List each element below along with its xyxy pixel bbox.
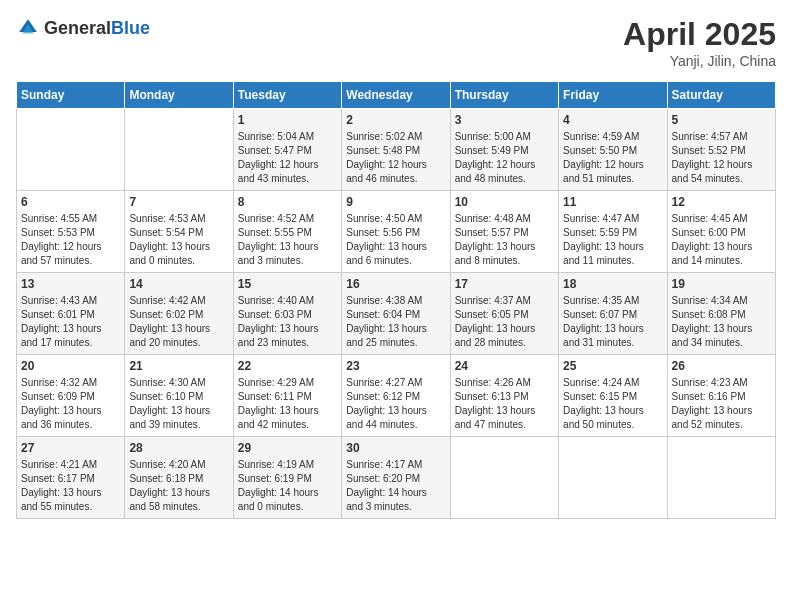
day-number: 21	[129, 359, 228, 373]
day-info: Sunrise: 4:21 AMSunset: 6:17 PMDaylight:…	[21, 458, 120, 514]
day-info: Sunrise: 5:02 AMSunset: 5:48 PMDaylight:…	[346, 130, 445, 186]
day-number: 25	[563, 359, 662, 373]
page-header: GeneralBlue April 2025 Yanji, Jilin, Chi…	[16, 16, 776, 69]
calendar-cell: 28Sunrise: 4:20 AMSunset: 6:18 PMDayligh…	[125, 437, 233, 519]
logo-icon	[16, 16, 40, 40]
day-info: Sunrise: 4:19 AMSunset: 6:19 PMDaylight:…	[238, 458, 337, 514]
day-number: 4	[563, 113, 662, 127]
day-number: 9	[346, 195, 445, 209]
weekday-header-wednesday: Wednesday	[342, 82, 450, 109]
day-number: 26	[672, 359, 771, 373]
day-info: Sunrise: 4:47 AMSunset: 5:59 PMDaylight:…	[563, 212, 662, 268]
day-number: 6	[21, 195, 120, 209]
calendar-cell: 29Sunrise: 4:19 AMSunset: 6:19 PMDayligh…	[233, 437, 341, 519]
day-number: 27	[21, 441, 120, 455]
calendar-cell: 12Sunrise: 4:45 AMSunset: 6:00 PMDayligh…	[667, 191, 775, 273]
calendar-cell: 30Sunrise: 4:17 AMSunset: 6:20 PMDayligh…	[342, 437, 450, 519]
day-number: 3	[455, 113, 554, 127]
weekday-header-sunday: Sunday	[17, 82, 125, 109]
calendar-cell: 7Sunrise: 4:53 AMSunset: 5:54 PMDaylight…	[125, 191, 233, 273]
calendar-week-row: 27Sunrise: 4:21 AMSunset: 6:17 PMDayligh…	[17, 437, 776, 519]
day-number: 8	[238, 195, 337, 209]
day-info: Sunrise: 4:29 AMSunset: 6:11 PMDaylight:…	[238, 376, 337, 432]
day-info: Sunrise: 4:48 AMSunset: 5:57 PMDaylight:…	[455, 212, 554, 268]
calendar-cell: 19Sunrise: 4:34 AMSunset: 6:08 PMDayligh…	[667, 273, 775, 355]
day-info: Sunrise: 4:17 AMSunset: 6:20 PMDaylight:…	[346, 458, 445, 514]
calendar-cell: 17Sunrise: 4:37 AMSunset: 6:05 PMDayligh…	[450, 273, 558, 355]
title-block: April 2025 Yanji, Jilin, China	[623, 16, 776, 69]
calendar-cell	[667, 437, 775, 519]
day-number: 19	[672, 277, 771, 291]
day-info: Sunrise: 4:23 AMSunset: 6:16 PMDaylight:…	[672, 376, 771, 432]
calendar-cell: 9Sunrise: 4:50 AMSunset: 5:56 PMDaylight…	[342, 191, 450, 273]
day-number: 20	[21, 359, 120, 373]
calendar-cell	[559, 437, 667, 519]
day-info: Sunrise: 5:00 AMSunset: 5:49 PMDaylight:…	[455, 130, 554, 186]
day-number: 28	[129, 441, 228, 455]
day-number: 11	[563, 195, 662, 209]
logo-text-general: General	[44, 18, 111, 38]
day-info: Sunrise: 4:43 AMSunset: 6:01 PMDaylight:…	[21, 294, 120, 350]
logo: GeneralBlue	[16, 16, 150, 40]
calendar-table: SundayMondayTuesdayWednesdayThursdayFrid…	[16, 81, 776, 519]
day-number: 7	[129, 195, 228, 209]
day-number: 5	[672, 113, 771, 127]
calendar-cell: 3Sunrise: 5:00 AMSunset: 5:49 PMDaylight…	[450, 109, 558, 191]
day-number: 14	[129, 277, 228, 291]
day-number: 23	[346, 359, 445, 373]
day-info: Sunrise: 4:50 AMSunset: 5:56 PMDaylight:…	[346, 212, 445, 268]
calendar-cell	[125, 109, 233, 191]
calendar-title: April 2025	[623, 16, 776, 53]
day-number: 22	[238, 359, 337, 373]
day-number: 17	[455, 277, 554, 291]
calendar-cell: 16Sunrise: 4:38 AMSunset: 6:04 PMDayligh…	[342, 273, 450, 355]
day-number: 16	[346, 277, 445, 291]
day-number: 13	[21, 277, 120, 291]
calendar-cell	[17, 109, 125, 191]
calendar-cell: 11Sunrise: 4:47 AMSunset: 5:59 PMDayligh…	[559, 191, 667, 273]
day-number: 30	[346, 441, 445, 455]
calendar-week-row: 6Sunrise: 4:55 AMSunset: 5:53 PMDaylight…	[17, 191, 776, 273]
day-info: Sunrise: 4:40 AMSunset: 6:03 PMDaylight:…	[238, 294, 337, 350]
calendar-cell: 14Sunrise: 4:42 AMSunset: 6:02 PMDayligh…	[125, 273, 233, 355]
day-info: Sunrise: 4:55 AMSunset: 5:53 PMDaylight:…	[21, 212, 120, 268]
calendar-subtitle: Yanji, Jilin, China	[623, 53, 776, 69]
day-info: Sunrise: 4:24 AMSunset: 6:15 PMDaylight:…	[563, 376, 662, 432]
day-info: Sunrise: 4:35 AMSunset: 6:07 PMDaylight:…	[563, 294, 662, 350]
day-info: Sunrise: 4:37 AMSunset: 6:05 PMDaylight:…	[455, 294, 554, 350]
day-number: 2	[346, 113, 445, 127]
calendar-cell	[450, 437, 558, 519]
weekday-header-saturday: Saturday	[667, 82, 775, 109]
calendar-cell: 2Sunrise: 5:02 AMSunset: 5:48 PMDaylight…	[342, 109, 450, 191]
day-info: Sunrise: 4:42 AMSunset: 6:02 PMDaylight:…	[129, 294, 228, 350]
calendar-cell: 15Sunrise: 4:40 AMSunset: 6:03 PMDayligh…	[233, 273, 341, 355]
calendar-cell: 5Sunrise: 4:57 AMSunset: 5:52 PMDaylight…	[667, 109, 775, 191]
calendar-cell: 27Sunrise: 4:21 AMSunset: 6:17 PMDayligh…	[17, 437, 125, 519]
logo-text-blue: Blue	[111, 18, 150, 38]
calendar-cell: 26Sunrise: 4:23 AMSunset: 6:16 PMDayligh…	[667, 355, 775, 437]
weekday-header-row: SundayMondayTuesdayWednesdayThursdayFrid…	[17, 82, 776, 109]
calendar-cell: 6Sunrise: 4:55 AMSunset: 5:53 PMDaylight…	[17, 191, 125, 273]
day-number: 29	[238, 441, 337, 455]
calendar-cell: 1Sunrise: 5:04 AMSunset: 5:47 PMDaylight…	[233, 109, 341, 191]
calendar-week-row: 13Sunrise: 4:43 AMSunset: 6:01 PMDayligh…	[17, 273, 776, 355]
calendar-week-row: 20Sunrise: 4:32 AMSunset: 6:09 PMDayligh…	[17, 355, 776, 437]
day-info: Sunrise: 4:32 AMSunset: 6:09 PMDaylight:…	[21, 376, 120, 432]
day-info: Sunrise: 4:20 AMSunset: 6:18 PMDaylight:…	[129, 458, 228, 514]
day-info: Sunrise: 4:34 AMSunset: 6:08 PMDaylight:…	[672, 294, 771, 350]
calendar-cell: 24Sunrise: 4:26 AMSunset: 6:13 PMDayligh…	[450, 355, 558, 437]
day-info: Sunrise: 4:52 AMSunset: 5:55 PMDaylight:…	[238, 212, 337, 268]
day-info: Sunrise: 5:04 AMSunset: 5:47 PMDaylight:…	[238, 130, 337, 186]
calendar-cell: 4Sunrise: 4:59 AMSunset: 5:50 PMDaylight…	[559, 109, 667, 191]
day-number: 15	[238, 277, 337, 291]
day-info: Sunrise: 4:26 AMSunset: 6:13 PMDaylight:…	[455, 376, 554, 432]
calendar-cell: 10Sunrise: 4:48 AMSunset: 5:57 PMDayligh…	[450, 191, 558, 273]
day-number: 1	[238, 113, 337, 127]
weekday-header-tuesday: Tuesday	[233, 82, 341, 109]
day-info: Sunrise: 4:45 AMSunset: 6:00 PMDaylight:…	[672, 212, 771, 268]
day-number: 10	[455, 195, 554, 209]
calendar-cell: 13Sunrise: 4:43 AMSunset: 6:01 PMDayligh…	[17, 273, 125, 355]
day-number: 24	[455, 359, 554, 373]
calendar-cell: 25Sunrise: 4:24 AMSunset: 6:15 PMDayligh…	[559, 355, 667, 437]
day-info: Sunrise: 4:57 AMSunset: 5:52 PMDaylight:…	[672, 130, 771, 186]
